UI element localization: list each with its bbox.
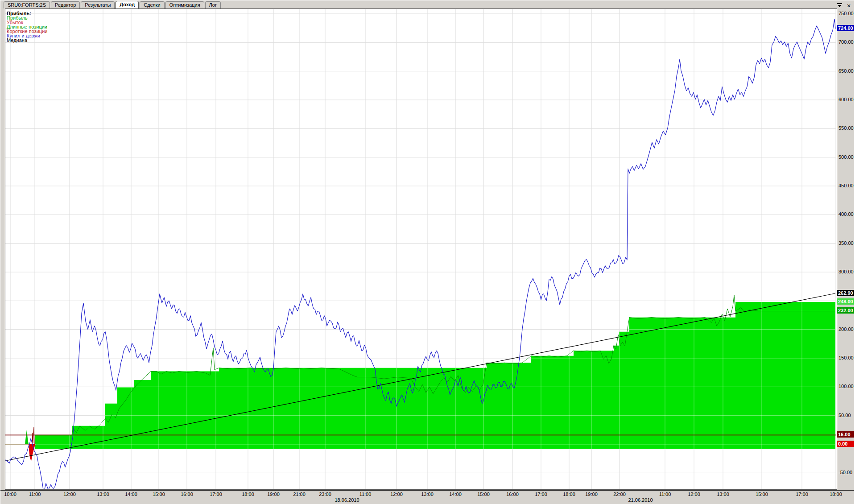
time-axis-label: 15:00 bbox=[474, 492, 493, 497]
time-axis-label: 23:00 bbox=[315, 492, 335, 497]
time-axis-label: 19:00 bbox=[264, 492, 283, 497]
application-window: SRU0:FORTS:2SРедакторРезультатыДоходСдел… bbox=[0, 0, 855, 504]
time-axis-label: 16:00 bbox=[503, 492, 522, 497]
time-axis-label: 13:00 bbox=[93, 492, 113, 497]
value-axis-label: 150.00 bbox=[838, 355, 855, 361]
pin-panel-icon[interactable] bbox=[836, 3, 843, 8]
value-axis-label: 300.00 bbox=[838, 269, 855, 275]
chart-legend: Прибыль: ПрибыльУбытокДлинные позицииКор… bbox=[7, 11, 47, 42]
time-axis-label: 18:00 bbox=[238, 492, 258, 497]
tab-Сделки[interactable]: Сделки bbox=[140, 1, 165, 8]
time-axis-label: 17:00 bbox=[206, 492, 226, 497]
time-axis-label: 18:00 bbox=[826, 492, 846, 497]
time-axis-label: 16:00 bbox=[177, 492, 197, 497]
time-axis-label: 11:00 bbox=[355, 492, 375, 497]
tab-Лог[interactable]: Лог bbox=[205, 1, 221, 8]
current-value-badge: 724.00 bbox=[837, 25, 855, 31]
time-axis-label: 14:00 bbox=[121, 492, 141, 497]
time-axis-label: 11:00 bbox=[25, 492, 45, 497]
value-axis-label: 50.00 bbox=[838, 413, 855, 418]
time-axis-label: 17:00 bbox=[531, 492, 551, 497]
time-axis-label: 12:00 bbox=[684, 492, 704, 497]
time-axis-label: 12:00 bbox=[60, 492, 79, 497]
equity-chart bbox=[5, 8, 837, 490]
value-axis: 750.00700.00650.00600.00550.00500.00450.… bbox=[837, 8, 855, 490]
tab-Доход[interactable]: Доход bbox=[116, 1, 139, 8]
value-axis-label: 550.00 bbox=[838, 125, 855, 131]
time-axis-label: 12:00 bbox=[387, 492, 406, 497]
tab-bar: SRU0:FORTS:2SРедакторРезультатыДоходСдел… bbox=[0, 0, 855, 8]
date-label: 21.06.2010 bbox=[620, 497, 661, 503]
value-axis-label: 500.00 bbox=[838, 154, 855, 160]
value-axis-label: 600.00 bbox=[838, 97, 855, 103]
time-axis-label: 18:00 bbox=[559, 492, 579, 497]
time-axis-label: 22:00 bbox=[610, 492, 629, 497]
legend-item: Медиана bbox=[7, 38, 47, 42]
tab-Результаты[interactable]: Результаты bbox=[81, 1, 115, 8]
time-axis-label: 19:00 bbox=[582, 492, 601, 497]
value-axis-label: 100.00 bbox=[838, 384, 855, 389]
date-label: 18.06.2010 bbox=[327, 497, 367, 503]
time-axis-label: 10:00 bbox=[0, 492, 20, 497]
time-axis-label: 17:00 bbox=[792, 492, 812, 497]
tab-SRU0:FORTS:2S[interactable]: SRU0:FORTS:2S bbox=[4, 1, 50, 8]
time-axis-label: 13:00 bbox=[417, 492, 437, 497]
time-axis-label: 15:00 bbox=[752, 492, 772, 497]
value-axis-label: 400.00 bbox=[838, 211, 855, 217]
time-axis: 10:0011:0012:0013:0014:0015:0016:0017:00… bbox=[0, 490, 855, 504]
value-axis-label: 350.00 bbox=[838, 240, 855, 246]
chart-canvas bbox=[5, 9, 836, 489]
current-value-badge: 0.00 bbox=[837, 441, 855, 447]
time-axis-label: 21:00 bbox=[289, 492, 309, 497]
current-value-badge: 248.00 bbox=[837, 298, 855, 305]
window-icons: ✕ bbox=[836, 1, 852, 8]
tab-Редактор[interactable]: Редактор bbox=[51, 1, 80, 8]
current-value-badge: 262.90 bbox=[837, 290, 855, 296]
value-axis-label: -50.00 bbox=[838, 470, 855, 475]
value-axis-label: 750.00 bbox=[838, 11, 855, 17]
time-axis-label: 13:00 bbox=[713, 492, 733, 497]
close-icon[interactable]: ✕ bbox=[845, 3, 852, 9]
tab-Оптимизация[interactable]: Оптимизация bbox=[165, 1, 204, 8]
value-axis-label: 650.00 bbox=[838, 68, 855, 74]
current-value-badge: 16.00 bbox=[837, 431, 855, 438]
time-axis-label: 11:00 bbox=[655, 492, 675, 497]
value-axis-label: 450.00 bbox=[838, 183, 855, 189]
current-value-badge: 232.00 bbox=[837, 307, 855, 314]
time-axis-label: 15:00 bbox=[149, 492, 169, 497]
time-axis-label: 14:00 bbox=[446, 492, 465, 497]
value-axis-label: 700.00 bbox=[838, 39, 855, 45]
value-axis-label: 200.00 bbox=[838, 326, 855, 332]
